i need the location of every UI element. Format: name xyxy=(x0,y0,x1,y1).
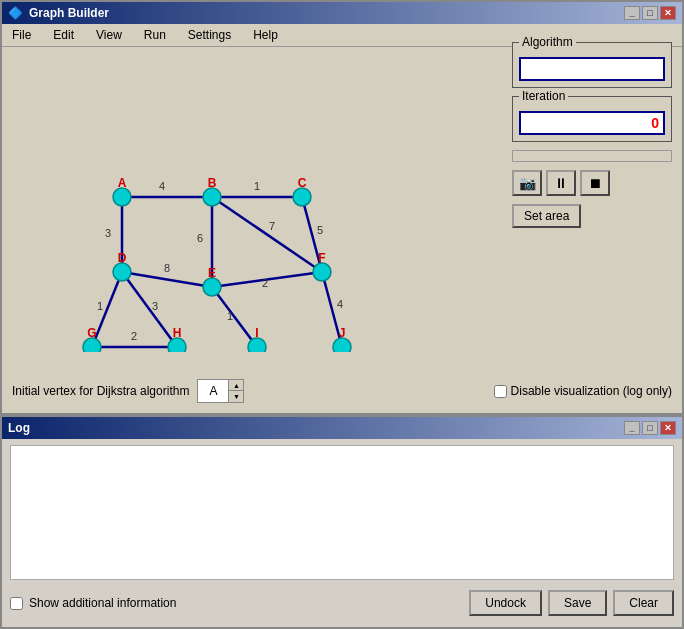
algorithm-input[interactable] xyxy=(519,57,665,81)
iteration-value: 0 xyxy=(651,115,663,131)
svg-text:2: 2 xyxy=(262,277,268,289)
svg-text:3: 3 xyxy=(152,300,158,312)
camera-icon: 📷 xyxy=(519,175,536,191)
set-area-button[interactable]: Set area xyxy=(512,204,581,228)
bottom-controls: Initial vertex for Dijkstra algorithm ▲ … xyxy=(12,379,672,403)
disable-viz-label: Disable visualization (log only) xyxy=(511,384,672,398)
graph-svg: 4 3 1 6 7 5 8 1 3 2 xyxy=(12,42,462,352)
svg-point-40 xyxy=(168,338,186,352)
svg-text:1: 1 xyxy=(97,300,103,312)
svg-text:E: E xyxy=(208,266,216,280)
svg-text:A: A xyxy=(118,176,127,190)
vertex-input-container: ▲ ▼ xyxy=(197,379,244,403)
svg-text:H: H xyxy=(173,326,182,340)
algorithm-label: Algorithm xyxy=(519,35,576,49)
svg-point-36 xyxy=(313,263,331,281)
pause-icon: ⏸ xyxy=(554,175,568,191)
undock-button[interactable]: Undock xyxy=(469,590,542,616)
log-minimize-button[interactable]: _ xyxy=(624,421,640,435)
svg-point-28 xyxy=(203,188,221,206)
title-bar-controls: _ □ ✕ xyxy=(624,6,676,20)
svg-text:4: 4 xyxy=(159,180,165,192)
log-window: Log _ □ ✕ Show additional information Un… xyxy=(0,415,684,629)
dijkstra-label: Initial vertex for Dijkstra algorithm xyxy=(12,384,189,398)
svg-text:7: 7 xyxy=(269,220,275,232)
svg-point-26 xyxy=(113,188,131,206)
svg-text:F: F xyxy=(318,251,325,265)
log-bottom-left: Show additional information xyxy=(10,596,463,610)
iteration-display: 0 xyxy=(519,111,665,135)
log-text-area[interactable] xyxy=(10,445,674,580)
svg-point-34 xyxy=(203,278,221,296)
svg-line-20 xyxy=(212,287,257,347)
disable-viz-checkbox[interactable] xyxy=(494,385,507,398)
svg-text:1: 1 xyxy=(227,310,233,322)
svg-point-32 xyxy=(113,263,131,281)
close-button[interactable]: ✕ xyxy=(660,6,676,20)
dijkstra-control: Initial vertex for Dijkstra algorithm ▲ … xyxy=(12,379,244,403)
log-close-button[interactable]: ✕ xyxy=(660,421,676,435)
algorithm-group: Algorithm xyxy=(512,42,672,88)
svg-text:B: B xyxy=(208,176,217,190)
svg-text:2: 2 xyxy=(131,330,137,342)
log-bottom-right: Undock Save Clear xyxy=(469,590,674,616)
stop-button[interactable]: ⏹ xyxy=(580,170,610,196)
svg-text:6: 6 xyxy=(197,232,203,244)
svg-point-30 xyxy=(293,188,311,206)
spin-up-button[interactable]: ▲ xyxy=(229,380,243,391)
show-additional-label: Show additional information xyxy=(29,596,176,610)
app-icon: 🔷 xyxy=(8,6,23,20)
panel-icon-buttons: 📷 ⏸ ⏹ xyxy=(512,170,672,196)
clear-button[interactable]: Clear xyxy=(613,590,674,616)
pause-button[interactable]: ⏸ xyxy=(546,170,576,196)
log-title: Log xyxy=(8,421,30,435)
svg-text:I: I xyxy=(255,326,258,340)
main-window-title: Graph Builder xyxy=(29,6,109,20)
maximize-button[interactable]: □ xyxy=(642,6,658,20)
iteration-label: Iteration xyxy=(519,89,568,103)
log-title-controls: _ □ ✕ xyxy=(624,421,676,435)
disable-viz-control: Disable visualization (log only) xyxy=(494,384,672,398)
log-bottom-bar: Show additional information Undock Save … xyxy=(2,586,682,620)
svg-text:D: D xyxy=(118,251,127,265)
spinner-buttons: ▲ ▼ xyxy=(228,380,243,402)
show-additional-checkbox[interactable] xyxy=(10,597,23,610)
svg-text:4: 4 xyxy=(337,298,343,310)
minimize-button[interactable]: _ xyxy=(624,6,640,20)
right-panel: Algorithm Iteration 0 📷 ⏸ ⏹ Set area xyxy=(512,42,672,228)
main-title-bar: 🔷 Graph Builder _ □ ✕ xyxy=(2,2,682,24)
svg-text:5: 5 xyxy=(317,224,323,236)
progress-bar xyxy=(512,150,672,162)
svg-point-42 xyxy=(248,338,266,352)
svg-point-44 xyxy=(333,338,351,352)
svg-text:1: 1 xyxy=(254,180,260,192)
log-maximize-button[interactable]: □ xyxy=(642,421,658,435)
main-window: 🔷 Graph Builder _ □ ✕ File Edit View Run… xyxy=(0,0,684,415)
vertex-input[interactable] xyxy=(198,380,228,402)
screenshot-button[interactable]: 📷 xyxy=(512,170,542,196)
svg-text:8: 8 xyxy=(164,262,170,274)
stop-icon: ⏹ xyxy=(588,175,602,191)
svg-text:C: C xyxy=(298,176,307,190)
iteration-group: Iteration 0 xyxy=(512,96,672,142)
svg-text:J: J xyxy=(339,326,346,340)
log-title-bar: Log _ □ ✕ xyxy=(2,417,682,439)
spin-down-button[interactable]: ▼ xyxy=(229,391,243,402)
svg-text:G: G xyxy=(87,326,96,340)
svg-line-12 xyxy=(122,272,212,287)
svg-point-38 xyxy=(83,338,101,352)
graph-canvas[interactable]: 4 3 1 6 7 5 8 1 3 2 xyxy=(12,42,462,352)
save-button[interactable]: Save xyxy=(548,590,607,616)
svg-text:3: 3 xyxy=(105,227,111,239)
